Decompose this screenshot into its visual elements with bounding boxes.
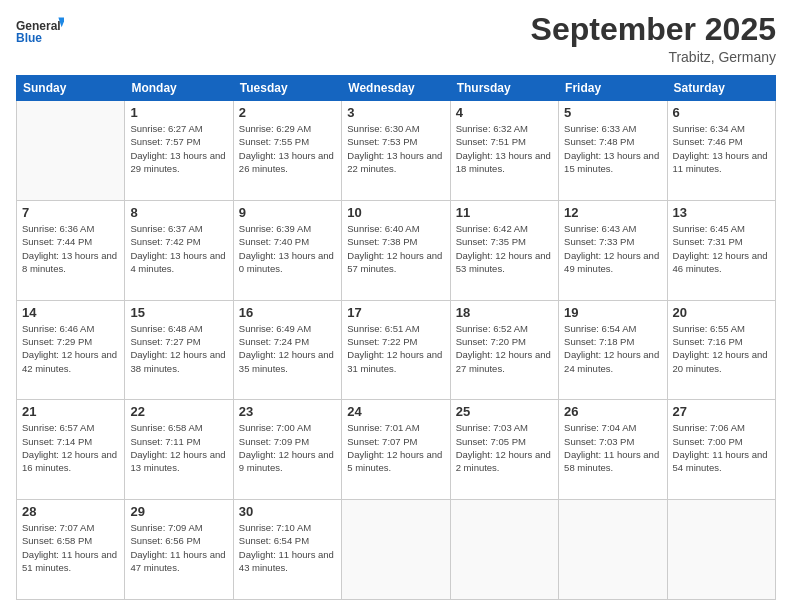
table-row: 26 Sunrise: 7:04 AMSunset: 7:03 PMDaylig… — [559, 400, 667, 500]
col-wednesday: Wednesday — [342, 76, 450, 101]
logo: General Blue — [16, 12, 64, 52]
day-info: Sunrise: 7:00 AMSunset: 7:09 PMDaylight:… — [239, 421, 336, 474]
table-row: 23 Sunrise: 7:00 AMSunset: 7:09 PMDaylig… — [233, 400, 341, 500]
table-row: 28 Sunrise: 7:07 AMSunset: 6:58 PMDaylig… — [17, 500, 125, 600]
table-row: 2 Sunrise: 6:29 AMSunset: 7:55 PMDayligh… — [233, 101, 341, 201]
calendar-header-row: Sunday Monday Tuesday Wednesday Thursday… — [17, 76, 776, 101]
calendar-week-row: 1 Sunrise: 6:27 AMSunset: 7:57 PMDayligh… — [17, 101, 776, 201]
day-info: Sunrise: 6:55 AMSunset: 7:16 PMDaylight:… — [673, 322, 770, 375]
day-info: Sunrise: 6:29 AMSunset: 7:55 PMDaylight:… — [239, 122, 336, 175]
table-row: 3 Sunrise: 6:30 AMSunset: 7:53 PMDayligh… — [342, 101, 450, 201]
day-number: 14 — [22, 305, 119, 320]
table-row: 14 Sunrise: 6:46 AMSunset: 7:29 PMDaylig… — [17, 300, 125, 400]
table-row: 27 Sunrise: 7:06 AMSunset: 7:00 PMDaylig… — [667, 400, 775, 500]
day-number: 29 — [130, 504, 227, 519]
title-area: September 2025 Trabitz, Germany — [531, 12, 776, 65]
table-row — [342, 500, 450, 600]
table-row — [17, 101, 125, 201]
col-sunday: Sunday — [17, 76, 125, 101]
table-row: 10 Sunrise: 6:40 AMSunset: 7:38 PMDaylig… — [342, 200, 450, 300]
day-info: Sunrise: 6:45 AMSunset: 7:31 PMDaylight:… — [673, 222, 770, 275]
day-info: Sunrise: 6:52 AMSunset: 7:20 PMDaylight:… — [456, 322, 553, 375]
day-info: Sunrise: 6:27 AMSunset: 7:57 PMDaylight:… — [130, 122, 227, 175]
day-number: 21 — [22, 404, 119, 419]
day-number: 30 — [239, 504, 336, 519]
day-number: 10 — [347, 205, 444, 220]
table-row: 6 Sunrise: 6:34 AMSunset: 7:46 PMDayligh… — [667, 101, 775, 201]
col-friday: Friday — [559, 76, 667, 101]
table-row: 9 Sunrise: 6:39 AMSunset: 7:40 PMDayligh… — [233, 200, 341, 300]
col-saturday: Saturday — [667, 76, 775, 101]
day-info: Sunrise: 7:06 AMSunset: 7:00 PMDaylight:… — [673, 421, 770, 474]
col-tuesday: Tuesday — [233, 76, 341, 101]
table-row: 11 Sunrise: 6:42 AMSunset: 7:35 PMDaylig… — [450, 200, 558, 300]
day-info: Sunrise: 6:42 AMSunset: 7:35 PMDaylight:… — [456, 222, 553, 275]
day-info: Sunrise: 7:09 AMSunset: 6:56 PMDaylight:… — [130, 521, 227, 574]
day-number: 24 — [347, 404, 444, 419]
day-number: 4 — [456, 105, 553, 120]
table-row: 16 Sunrise: 6:49 AMSunset: 7:24 PMDaylig… — [233, 300, 341, 400]
day-number: 2 — [239, 105, 336, 120]
day-number: 15 — [130, 305, 227, 320]
table-row: 8 Sunrise: 6:37 AMSunset: 7:42 PMDayligh… — [125, 200, 233, 300]
table-row: 25 Sunrise: 7:03 AMSunset: 7:05 PMDaylig… — [450, 400, 558, 500]
page-header: General Blue September 2025 Trabitz, Ger… — [16, 12, 776, 65]
day-info: Sunrise: 6:34 AMSunset: 7:46 PMDaylight:… — [673, 122, 770, 175]
day-info: Sunrise: 7:01 AMSunset: 7:07 PMDaylight:… — [347, 421, 444, 474]
table-row: 17 Sunrise: 6:51 AMSunset: 7:22 PMDaylig… — [342, 300, 450, 400]
table-row: 4 Sunrise: 6:32 AMSunset: 7:51 PMDayligh… — [450, 101, 558, 201]
day-number: 1 — [130, 105, 227, 120]
calendar-week-row: 14 Sunrise: 6:46 AMSunset: 7:29 PMDaylig… — [17, 300, 776, 400]
calendar-week-row: 7 Sunrise: 6:36 AMSunset: 7:44 PMDayligh… — [17, 200, 776, 300]
day-info: Sunrise: 7:10 AMSunset: 6:54 PMDaylight:… — [239, 521, 336, 574]
table-row: 15 Sunrise: 6:48 AMSunset: 7:27 PMDaylig… — [125, 300, 233, 400]
table-row: 18 Sunrise: 6:52 AMSunset: 7:20 PMDaylig… — [450, 300, 558, 400]
day-number: 25 — [456, 404, 553, 419]
day-info: Sunrise: 6:51 AMSunset: 7:22 PMDaylight:… — [347, 322, 444, 375]
day-number: 12 — [564, 205, 661, 220]
table-row: 22 Sunrise: 6:58 AMSunset: 7:11 PMDaylig… — [125, 400, 233, 500]
day-info: Sunrise: 6:46 AMSunset: 7:29 PMDaylight:… — [22, 322, 119, 375]
day-number: 26 — [564, 404, 661, 419]
table-row — [667, 500, 775, 600]
calendar-week-row: 21 Sunrise: 6:57 AMSunset: 7:14 PMDaylig… — [17, 400, 776, 500]
day-info: Sunrise: 6:40 AMSunset: 7:38 PMDaylight:… — [347, 222, 444, 275]
calendar-week-row: 28 Sunrise: 7:07 AMSunset: 6:58 PMDaylig… — [17, 500, 776, 600]
logo-svg: General Blue — [16, 12, 64, 52]
day-number: 19 — [564, 305, 661, 320]
day-number: 13 — [673, 205, 770, 220]
day-number: 7 — [22, 205, 119, 220]
day-info: Sunrise: 6:30 AMSunset: 7:53 PMDaylight:… — [347, 122, 444, 175]
table-row: 1 Sunrise: 6:27 AMSunset: 7:57 PMDayligh… — [125, 101, 233, 201]
day-info: Sunrise: 6:48 AMSunset: 7:27 PMDaylight:… — [130, 322, 227, 375]
day-number: 20 — [673, 305, 770, 320]
table-row — [559, 500, 667, 600]
table-row — [450, 500, 558, 600]
day-info: Sunrise: 6:58 AMSunset: 7:11 PMDaylight:… — [130, 421, 227, 474]
day-info: Sunrise: 6:43 AMSunset: 7:33 PMDaylight:… — [564, 222, 661, 275]
month-title: September 2025 — [531, 12, 776, 47]
day-info: Sunrise: 7:03 AMSunset: 7:05 PMDaylight:… — [456, 421, 553, 474]
table-row: 29 Sunrise: 7:09 AMSunset: 6:56 PMDaylig… — [125, 500, 233, 600]
day-info: Sunrise: 6:32 AMSunset: 7:51 PMDaylight:… — [456, 122, 553, 175]
day-number: 22 — [130, 404, 227, 419]
table-row: 5 Sunrise: 6:33 AMSunset: 7:48 PMDayligh… — [559, 101, 667, 201]
calendar-table: Sunday Monday Tuesday Wednesday Thursday… — [16, 75, 776, 600]
day-number: 18 — [456, 305, 553, 320]
col-monday: Monday — [125, 76, 233, 101]
day-number: 23 — [239, 404, 336, 419]
table-row: 7 Sunrise: 6:36 AMSunset: 7:44 PMDayligh… — [17, 200, 125, 300]
table-row: 24 Sunrise: 7:01 AMSunset: 7:07 PMDaylig… — [342, 400, 450, 500]
day-info: Sunrise: 6:33 AMSunset: 7:48 PMDaylight:… — [564, 122, 661, 175]
col-thursday: Thursday — [450, 76, 558, 101]
day-number: 11 — [456, 205, 553, 220]
svg-text:Blue: Blue — [16, 31, 42, 45]
svg-text:General: General — [16, 19, 61, 33]
day-number: 8 — [130, 205, 227, 220]
day-info: Sunrise: 6:49 AMSunset: 7:24 PMDaylight:… — [239, 322, 336, 375]
day-number: 27 — [673, 404, 770, 419]
day-number: 9 — [239, 205, 336, 220]
day-info: Sunrise: 7:04 AMSunset: 7:03 PMDaylight:… — [564, 421, 661, 474]
table-row: 12 Sunrise: 6:43 AMSunset: 7:33 PMDaylig… — [559, 200, 667, 300]
day-info: Sunrise: 6:36 AMSunset: 7:44 PMDaylight:… — [22, 222, 119, 275]
